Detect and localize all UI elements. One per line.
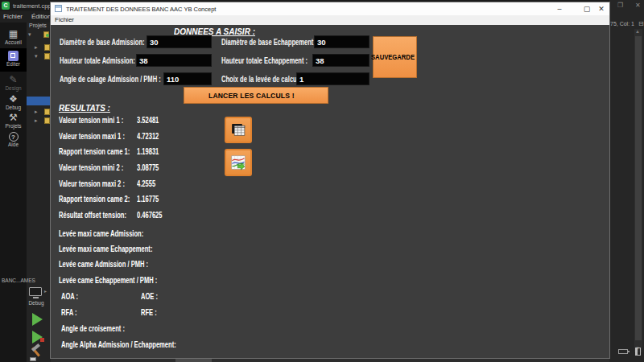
- diametre-base-echappement-input[interactable]: [314, 35, 369, 48]
- choix-levee-calcul-input[interactable]: [296, 72, 369, 85]
- debug-monitor-stand: [33, 297, 39, 298]
- result-pair-row: RFA :RFE :: [61, 307, 83, 317]
- result-row: Levée came Echappement / PMH :: [59, 275, 196, 285]
- close-button[interactable]: ✕: [595, 3, 608, 14]
- form-content: DONNEES A SAISIR : Diamètre de base Admi…: [51, 25, 609, 358]
- ide-menu-edition[interactable]: Édition: [31, 13, 51, 20]
- minimize-button[interactable]: –: [553, 3, 566, 14]
- result-row: Valeur tension mini 2 :3.08775: [59, 162, 148, 172]
- tab-traitement-cpp[interactable]: traitement.cpp: [13, 2, 52, 10]
- app-window: TRAITEMENT DES DONNEES BANC AAC YB Conce…: [51, 2, 609, 358]
- result-row: Valeur tension maxi 1 :4.72312: [59, 131, 151, 141]
- ide-activity-bar: ▦ Accueil Éditer ✎ Design ❖ Debug ⚒ Proj…: [0, 23, 27, 362]
- project-group-label: BANC...AMES: [2, 278, 50, 283]
- spreadsheet-icon: [231, 121, 246, 139]
- build-hammer-icon[interactable]: [29, 344, 43, 357]
- debug-monitor-icon[interactable]: [29, 287, 42, 296]
- maximize-button[interactable]: ▢: [580, 3, 593, 14]
- debug-dropdown-arrow[interactable]: ▸: [44, 288, 47, 294]
- app-title-bar[interactable]: TRAITEMENT DES DONNEES BANC AAC YB Conce…: [51, 2, 609, 15]
- sidebar-item-design[interactable]: ✎ Design: [0, 75, 27, 92]
- angle-calage-admission-input[interactable]: [163, 72, 212, 85]
- home-grid-icon: ▦: [0, 29, 27, 39]
- vertical-scrollbar[interactable]: ▲ ▼: [634, 29, 642, 352]
- bottom-left-panel-icon[interactable]: [30, 357, 36, 361]
- status-bar-icon-2[interactable]: [635, 348, 641, 356]
- app-window-title: TRAITEMENT DES DONNEES BANC AAC YB Conce…: [66, 6, 216, 13]
- sidebar-item-projets[interactable]: ⚒ Projets: [0, 113, 27, 130]
- result-row: Angle de croisement :: [61, 323, 150, 333]
- tree-item[interactable]: ▸: [27, 117, 51, 124]
- app-menu-fichier[interactable]: Fichier: [55, 16, 74, 23]
- ide-restore-button[interactable]: ❐: [617, 2, 623, 9]
- tree-item[interactable]: ▾: [27, 31, 51, 38]
- pencil-icon: ✎: [0, 75, 27, 85]
- hauteur-totale-admission-input[interactable]: [136, 54, 212, 67]
- editor-icon: [8, 51, 19, 61]
- split-view-icon[interactable]: ⊟: [638, 20, 644, 27]
- wrench-icon: ⚒: [0, 113, 27, 123]
- caret-position-status: 75, Col: 1: [610, 21, 634, 27]
- sidebar-item-aide[interactable]: ? Aide: [0, 132, 27, 148]
- diametre-base-admission-input[interactable]: [147, 35, 212, 48]
- projects-panel-title: Projets: [29, 23, 47, 28]
- tree-item[interactable]: ▾: [27, 52, 51, 60]
- sidebar-item-debug[interactable]: ❖ Debug: [0, 94, 27, 111]
- sidebar-item-editer[interactable]: Éditer: [0, 48, 27, 72]
- tree-item[interactable]: ▸: [27, 108, 51, 115]
- tree-item[interactable]: ▸: [27, 43, 51, 51]
- horizontal-scrollbar-thumb[interactable]: [175, 358, 212, 362]
- result-row: Levée maxi came Admission:: [59, 228, 176, 238]
- screen: C traitement.cpp ⊗ Fichier Édition ▦ Acc…: [0, 0, 644, 362]
- app-window-icon: [55, 5, 62, 12]
- result-pair-row: AOA :AOE :: [61, 291, 85, 301]
- result-row: Valeur tension mini 1 :3.52481: [59, 115, 148, 125]
- debug-icon: ❖: [0, 94, 27, 105]
- status-bar-icon-1[interactable]: [618, 349, 628, 354]
- ide-right-strip: ❐ ✕ 75, Col: 1 ⊟ ▲ ▼: [609, 0, 644, 362]
- scroll-up-icon[interactable]: ▲: [635, 29, 640, 34]
- app-menu-bar: Fichier: [51, 15, 609, 25]
- vertical-scrollbar-thumb[interactable]: [635, 36, 642, 340]
- projects-panel: Projets ▾ ▸ ▾ ▸ ▸: [27, 23, 51, 362]
- tree-item-selected[interactable]: [27, 97, 51, 105]
- result-row: Rapport tension came 1:1.19831: [59, 146, 158, 156]
- result-row: Résultat offset tension:0.467625: [59, 210, 153, 220]
- ide-menu-fichier[interactable]: Fichier: [3, 13, 23, 20]
- run-button[interactable]: [32, 313, 43, 326]
- ide-close-button[interactable]: ✕: [635, 2, 641, 9]
- run-all-badge: [40, 338, 44, 342]
- sauvegarde-button[interactable]: SAUVEGARDE: [373, 36, 417, 78]
- help-icon: ?: [9, 132, 19, 142]
- open-chart-button[interactable]: [225, 149, 252, 176]
- result-row: Levée came Admission / PMH :: [59, 259, 183, 269]
- lancer-calculs-button[interactable]: LANCER LES CALCULS !: [184, 87, 328, 104]
- section-title-resultats: RESULTATS :: [59, 102, 118, 113]
- result-row: Rapport tension came 2:1.16775: [59, 194, 158, 204]
- sidebar-item-accueil[interactable]: ▦ Accueil: [0, 29, 27, 46]
- cpp-file-icon: C: [2, 2, 10, 10]
- result-row: Angle Alpha Admission / Echappement:: [61, 339, 221, 349]
- debug-target-label: Debug: [25, 300, 47, 306]
- open-spreadsheet-button[interactable]: [225, 117, 252, 143]
- hauteur-totale-echappement-input[interactable]: [312, 54, 369, 67]
- result-row: Levée maxi came Echappement:: [59, 244, 189, 253]
- horizontal-scrollbar[interactable]: [51, 358, 609, 362]
- chart-export-icon: [231, 152, 246, 173]
- result-row: Valeur tension maxi 2 :4.2555: [59, 179, 151, 188]
